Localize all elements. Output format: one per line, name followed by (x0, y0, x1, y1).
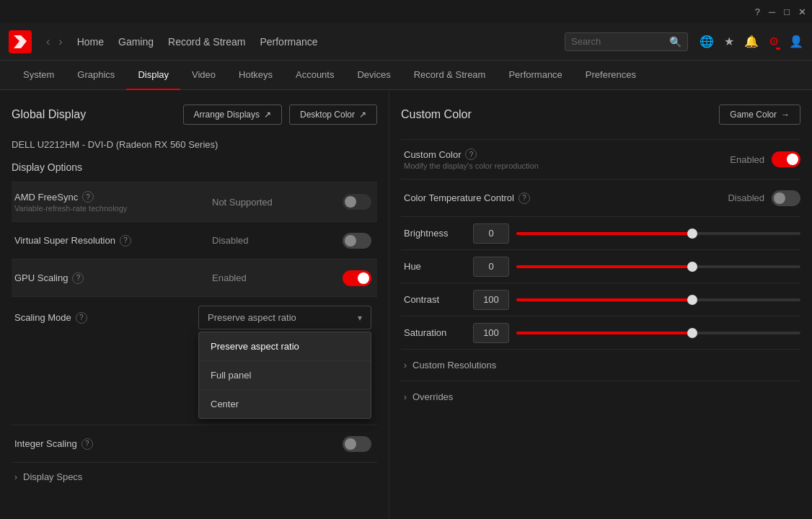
integer-scaling-name: Integer Scaling ? (14, 438, 198, 450)
color-temp-toggle[interactable] (772, 190, 800, 206)
global-display-title: Global Display (12, 108, 86, 121)
tab-graphics[interactable]: Graphics (66, 61, 126, 90)
nav-home[interactable]: Home (77, 33, 104, 50)
overrides-row[interactable]: › Overrides (401, 381, 800, 412)
globe-icon[interactable]: 🌐 (700, 35, 714, 48)
chevron-right-icon: › (14, 472, 17, 482)
nav-gaming[interactable]: Gaming (118, 33, 154, 50)
star-icon[interactable]: ★ (724, 35, 734, 48)
help-titlebar-icon[interactable]: ? (755, 6, 760, 17)
saturation-label: Saturation (401, 327, 473, 338)
integer-scaling-toggle[interactable] (343, 436, 371, 452)
vsr-help-icon[interactable]: ? (120, 235, 131, 247)
gpu-scaling-toggle[interactable] (343, 270, 371, 286)
brightness-label: Brightness (401, 228, 473, 239)
scaling-mode-select[interactable]: Preserve aspect ratio ▾ (198, 306, 371, 329)
tab-record-stream[interactable]: Record & Stream (402, 61, 498, 90)
overrides-label: Overrides (412, 391, 453, 402)
vsr-name: Virtual Super Resolution ? (14, 235, 198, 247)
custom-resolutions-label: Custom Resolutions (412, 360, 496, 371)
custom-color-name: Custom Color ? (404, 148, 625, 160)
scaling-mode-dropdown: Preserve aspect ratio ▾ Preserve aspect … (198, 306, 371, 329)
search-box[interactable]: 🔍 (565, 32, 688, 51)
title-bar: ? ─ □ ✕ (0, 0, 812, 23)
minimize-button[interactable]: ─ (769, 6, 775, 17)
tab-system[interactable]: System (12, 61, 66, 90)
saturation-value[interactable]: 100 (473, 323, 509, 343)
tab-display[interactable]: Display (126, 61, 180, 90)
brightness-track[interactable] (516, 232, 800, 235)
gpu-scaling-value: Enabled (212, 272, 247, 283)
gpu-scaling-left: GPU Scaling ? (12, 264, 206, 293)
scaling-mode-left: Scaling Mode ? (12, 303, 193, 332)
dropdown-item-preserve[interactable]: Preserve aspect ratio (199, 332, 371, 361)
gpu-scaling-help-icon[interactable]: ? (72, 272, 84, 284)
header: ‹ › Home Gaming Record & Stream Performa… (0, 23, 812, 61)
display-specs-row[interactable]: › Display Specs (12, 462, 377, 491)
saturation-row: Saturation 100 (401, 316, 800, 349)
saturation-thumb[interactable] (687, 328, 697, 338)
nav-record-stream[interactable]: Record & Stream (168, 33, 245, 50)
custom-color-toggle[interactable] (772, 151, 800, 167)
nav-arrows: ‹ › (43, 34, 66, 50)
amd-freesync-right: Not Supported (206, 185, 377, 218)
close-button[interactable]: ✕ (798, 6, 806, 17)
display-options-title: Display Options (12, 161, 377, 173)
profile-icon[interactable]: 👤 (789, 35, 803, 48)
maximize-button[interactable]: □ (784, 6, 790, 17)
tab-preferences[interactable]: Preferences (574, 61, 648, 90)
custom-color-row: Custom Color ? Modify the display's colo… (401, 139, 800, 179)
monitor-label: DELL U2212HM - DVI-D (Radeon RX 560 Seri… (12, 139, 377, 150)
contrast-value[interactable]: 100 (473, 290, 509, 310)
custom-color-right: Enabled (627, 151, 800, 167)
game-color-button[interactable]: Game Color → (719, 105, 800, 125)
vsr-right: Disabled (206, 224, 377, 257)
search-icon: 🔍 (669, 36, 681, 48)
external-link-icon-2: ↗ (359, 110, 366, 120)
hue-track[interactable] (516, 265, 800, 268)
vsr-row: Virtual Super Resolution ? Disabled (12, 221, 377, 259)
settings-icon[interactable]: ⚙ (769, 35, 779, 48)
saturation-fill (516, 332, 692, 334)
brightness-thumb[interactable] (687, 229, 697, 239)
bell-icon[interactable]: 🔔 (744, 35, 759, 48)
amd-freesync-left: AMD FreeSync ? Variable-refresh-rate tec… (12, 182, 206, 221)
saturation-track[interactable] (516, 332, 800, 334)
brightness-value[interactable]: 0 (473, 223, 509, 244)
scaling-mode-name: Scaling Mode ? (14, 312, 184, 324)
tab-performance[interactable]: Performance (497, 61, 573, 90)
contrast-track[interactable] (516, 298, 800, 301)
tab-hotkeys[interactable]: Hotkeys (227, 61, 284, 90)
amd-freesync-sub: Variable-refresh-rate technology (14, 204, 198, 213)
integer-scaling-help-icon[interactable]: ? (81, 438, 93, 450)
arrange-displays-button[interactable]: Arrange Displays ↗ (183, 105, 282, 125)
search-input[interactable] (571, 36, 665, 47)
gpu-scaling-right: Enabled (206, 262, 377, 295)
scaling-mode-help-icon[interactable]: ? (76, 312, 87, 324)
forward-arrow[interactable]: › (56, 34, 65, 50)
dropdown-item-center[interactable]: Center (199, 390, 371, 418)
dropdown-item-full[interactable]: Full panel (199, 361, 371, 390)
chevron-right-icon-custom: › (404, 360, 407, 371)
tab-accounts[interactable]: Accounts (284, 61, 345, 90)
external-link-icon: ↗ (264, 110, 271, 120)
amd-freesync-value: Not Supported (212, 197, 273, 208)
integer-scaling-row: Integer Scaling ? (12, 425, 377, 462)
freesync-help-icon[interactable]: ? (82, 191, 94, 203)
custom-color-help-icon[interactable]: ? (465, 148, 477, 160)
tab-video[interactable]: Video (180, 61, 227, 90)
custom-resolutions-row[interactable]: › Custom Resolutions (401, 349, 800, 381)
arrow-right-icon: → (781, 110, 790, 120)
vsr-toggle[interactable] (343, 233, 371, 249)
hue-value[interactable]: 0 (473, 257, 509, 277)
desktop-color-button[interactable]: Desktop Color ↗ (289, 105, 377, 125)
tab-devices[interactable]: Devices (345, 61, 402, 90)
color-temp-help-icon[interactable]: ? (518, 192, 530, 204)
nav-performance[interactable]: Performance (260, 33, 317, 50)
amd-freesync-toggle[interactable] (343, 194, 371, 210)
hue-thumb[interactable] (687, 262, 697, 272)
hue-fill (516, 265, 692, 268)
custom-color-sub: Modify the display's color reproduction (404, 161, 625, 170)
back-arrow[interactable]: ‹ (43, 34, 53, 50)
contrast-thumb[interactable] (687, 295, 697, 305)
